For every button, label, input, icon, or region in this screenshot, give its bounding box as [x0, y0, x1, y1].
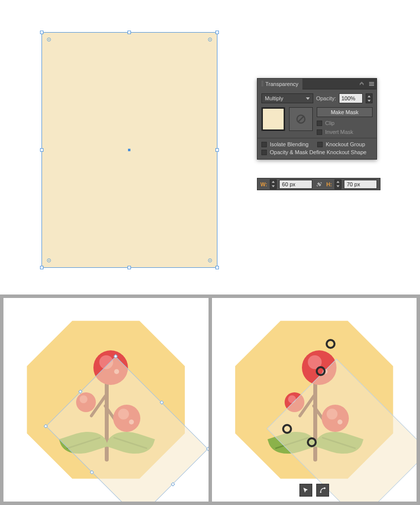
tool-icons-row [299, 484, 329, 497]
corner-widget-br[interactable] [208, 258, 212, 262]
blend-mode-value: Multiply [265, 95, 283, 101]
resize-handle[interactable] [78, 389, 82, 393]
opacity-mask-define-checkbox[interactable]: Opacity & Mask Define Knockout Shape [261, 149, 373, 155]
add-anchor-point-tool-icon[interactable] [316, 484, 329, 497]
anchor-point-marker[interactable] [316, 366, 326, 376]
resize-handle-tl[interactable] [40, 31, 43, 34]
opacity-input[interactable]: 100% [339, 93, 363, 103]
opacity-label: Opacity: [316, 95, 336, 101]
bottom-split [0, 295, 420, 505]
corner-widget-tr[interactable] [208, 38, 212, 42]
anchor-point-marker[interactable] [326, 339, 336, 349]
resize-handle-bl[interactable] [40, 266, 43, 269]
svg-rect-1 [369, 84, 374, 84]
anchor-point-marker[interactable] [307, 437, 317, 447]
svg-point-6 [320, 492, 321, 493]
panel-collapse-icon[interactable] [358, 81, 365, 87]
height-stepper[interactable] [335, 179, 341, 189]
make-mask-button[interactable]: Make Mask [317, 107, 373, 117]
isolate-blending-checkbox[interactable]: Isolate Blending [261, 141, 308, 147]
artboard-right[interactable] [212, 298, 417, 502]
opacity-thumbnail[interactable] [261, 107, 285, 131]
direct-selection-tool-icon[interactable] [299, 484, 312, 497]
checkbox-icon [261, 150, 267, 155]
resize-handle[interactable] [171, 482, 175, 486]
artboard-left[interactable] [3, 298, 209, 502]
checkbox-icon [317, 121, 322, 126]
checkbox-icon [317, 129, 322, 135]
checkbox-icon [261, 142, 267, 147]
clip-checkbox[interactable]: Clip [317, 120, 373, 126]
anchor-point-marker[interactable] [282, 424, 292, 434]
resize-handle-tm[interactable] [127, 31, 131, 34]
resize-handle-bm[interactable] [127, 266, 131, 269]
resize-handle-ml[interactable] [40, 148, 43, 152]
knockout-group-checkbox[interactable]: Knockout Group [317, 141, 365, 147]
height-label: H: [326, 181, 332, 187]
panel-grip-icon [261, 81, 263, 87]
width-input[interactable]: 60 px [279, 180, 312, 189]
invert-mask-checkbox[interactable]: Invert Mask [317, 129, 373, 135]
opacity-value: 100% [341, 95, 355, 101]
chevron-down-icon [306, 97, 310, 100]
resize-handle-br[interactable] [215, 266, 219, 269]
svg-rect-2 [369, 85, 374, 86]
panel-title: Transparency [265, 81, 298, 87]
mask-thumbnail[interactable] [289, 107, 313, 131]
blend-mode-dropdown[interactable]: Multiply [261, 93, 313, 103]
panel-menu-icon[interactable] [368, 81, 375, 87]
corner-widget-bl[interactable] [47, 258, 51, 262]
resize-handle[interactable] [206, 447, 208, 451]
dimensions-toolbar: W: 60 px H: 70 px [257, 178, 380, 190]
panel-header[interactable]: Transparency [257, 79, 377, 89]
corner-widget-tl[interactable] [47, 38, 51, 42]
checkbox-icon [317, 142, 323, 147]
resize-handle-tr[interactable] [215, 31, 219, 34]
constrain-proportions-icon[interactable] [315, 180, 324, 189]
panel-tab-transparency[interactable]: Transparency [257, 79, 302, 89]
svg-rect-5 [319, 183, 320, 185]
height-input[interactable]: 70 px [344, 180, 377, 189]
svg-rect-0 [369, 82, 374, 83]
no-mask-icon [295, 114, 306, 125]
width-label: W: [260, 181, 267, 187]
width-stepper[interactable] [270, 179, 277, 189]
svg-line-4 [298, 116, 304, 122]
opacity-stepper[interactable] [366, 93, 373, 103]
selected-rectangle[interactable] [42, 32, 217, 268]
selection-center[interactable] [128, 149, 130, 151]
transparency-panel: Transparency Multiply Opacity: 100% [257, 78, 377, 160]
resize-handle-mr[interactable] [215, 148, 219, 152]
